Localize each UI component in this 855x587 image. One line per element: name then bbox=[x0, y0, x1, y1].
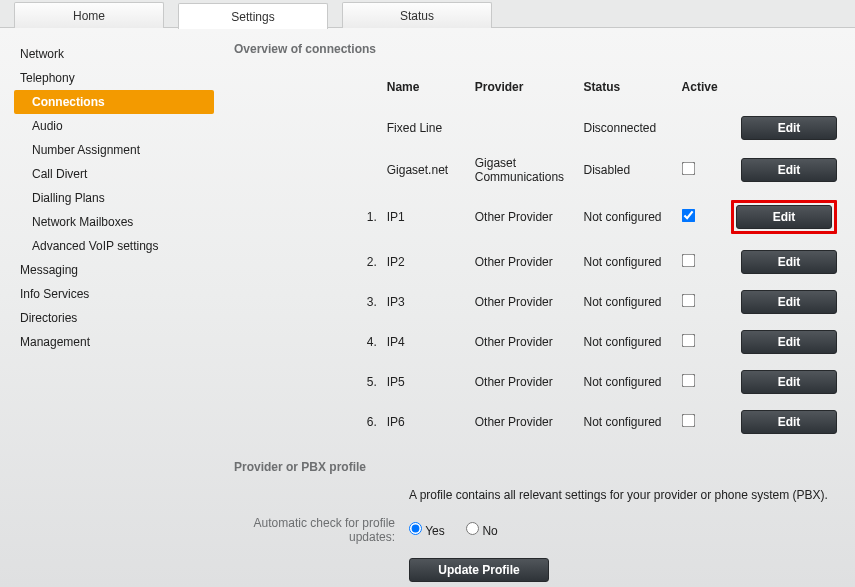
sidebar-item-connections[interactable]: Connections bbox=[14, 90, 214, 114]
cell-status: Disabled bbox=[579, 148, 677, 192]
radio-yes[interactable] bbox=[409, 522, 422, 535]
active-checkbox[interactable] bbox=[681, 374, 695, 388]
sidebar-item-info-services[interactable]: Info Services bbox=[14, 282, 214, 306]
cell-edit: Edit bbox=[727, 192, 841, 242]
col-spacer bbox=[234, 74, 361, 108]
sidebar: Network Telephony Connections Audio Numb… bbox=[14, 42, 214, 587]
table-row: 4.IP4Other ProviderNot configuredEdit bbox=[234, 322, 841, 362]
cell-edit: Edit bbox=[727, 242, 841, 282]
sidebar-item-telephony[interactable]: Telephony bbox=[14, 66, 214, 90]
cell-active bbox=[678, 402, 727, 442]
cell-provider: Other Provider bbox=[471, 242, 580, 282]
radio-no-wrap[interactable]: No bbox=[466, 524, 498, 538]
tab-status[interactable]: Status bbox=[342, 2, 492, 28]
cell-active bbox=[678, 362, 727, 402]
active-checkbox[interactable] bbox=[681, 209, 695, 223]
radio-yes-label: Yes bbox=[425, 524, 445, 538]
cell-status: Not configured bbox=[579, 322, 677, 362]
radio-yes-wrap[interactable]: Yes bbox=[409, 524, 448, 538]
cell-name: IP3 bbox=[383, 282, 471, 322]
cell-active bbox=[678, 108, 727, 148]
cell-edit: Edit bbox=[727, 148, 841, 192]
cell-name: Gigaset.net bbox=[383, 148, 471, 192]
row-number bbox=[361, 148, 383, 192]
profile-help-text: A profile contains all relevant settings… bbox=[409, 488, 841, 502]
th-active: Active bbox=[678, 74, 727, 108]
cell-edit: Edit bbox=[727, 322, 841, 362]
cell-provider: Other Provider bbox=[471, 362, 580, 402]
cell-provider: Gigaset Communications bbox=[471, 148, 580, 192]
sidebar-item-number-assignment[interactable]: Number Assignment bbox=[14, 138, 214, 162]
sidebar-item-management[interactable]: Management bbox=[14, 330, 214, 354]
edit-button[interactable]: Edit bbox=[741, 410, 837, 434]
cell-edit: Edit bbox=[727, 108, 841, 148]
sidebar-item-dialling-plans[interactable]: Dialling Plans bbox=[14, 186, 214, 210]
tab-settings[interactable]: Settings bbox=[178, 3, 328, 29]
profile-title: Provider or PBX profile bbox=[234, 460, 841, 474]
cell-provider: Other Provider bbox=[471, 322, 580, 362]
table-row: 3.IP3Other ProviderNot configuredEdit bbox=[234, 282, 841, 322]
auto-check-label: Automatic check for profile updates: bbox=[234, 516, 409, 544]
cell-active bbox=[678, 322, 727, 362]
tab-home[interactable]: Home bbox=[14, 2, 164, 28]
row-number: 3. bbox=[361, 282, 383, 322]
sidebar-item-advanced-voip[interactable]: Advanced VoIP settings bbox=[14, 234, 214, 258]
row-number: 4. bbox=[361, 322, 383, 362]
cell-name: IP6 bbox=[383, 402, 471, 442]
active-checkbox[interactable] bbox=[681, 334, 695, 348]
row-number bbox=[361, 108, 383, 148]
edit-button[interactable]: Edit bbox=[741, 330, 837, 354]
table-row: 1.IP1Other ProviderNot configuredEdit bbox=[234, 192, 841, 242]
edit-button[interactable]: Edit bbox=[741, 250, 837, 274]
cell-status: Not configured bbox=[579, 282, 677, 322]
row-number: 6. bbox=[361, 402, 383, 442]
sidebar-item-network[interactable]: Network bbox=[14, 42, 214, 66]
edit-button[interactable]: Edit bbox=[741, 158, 837, 182]
edit-button[interactable]: Edit bbox=[741, 290, 837, 314]
sidebar-item-directories[interactable]: Directories bbox=[14, 306, 214, 330]
cell-status: Disconnected bbox=[579, 108, 677, 148]
th-name: Name bbox=[383, 74, 471, 108]
row-number: 5. bbox=[361, 362, 383, 402]
sidebar-item-network-mailboxes[interactable]: Network Mailboxes bbox=[14, 210, 214, 234]
cell-edit: Edit bbox=[727, 282, 841, 322]
edit-button[interactable]: Edit bbox=[741, 370, 837, 394]
row-number: 1. bbox=[361, 192, 383, 242]
edit-button[interactable]: Edit bbox=[741, 116, 837, 140]
th-status: Status bbox=[579, 74, 677, 108]
table-row: Fixed LineDisconnectedEdit bbox=[234, 108, 841, 148]
table-row: 2.IP2Other ProviderNot configuredEdit bbox=[234, 242, 841, 282]
active-checkbox[interactable] bbox=[681, 254, 695, 268]
sidebar-item-call-divert[interactable]: Call Divert bbox=[14, 162, 214, 186]
content-area: Overview of connections Name Provider St… bbox=[214, 42, 841, 587]
cell-name: IP2 bbox=[383, 242, 471, 282]
sidebar-item-audio[interactable]: Audio bbox=[14, 114, 214, 138]
active-checkbox[interactable] bbox=[681, 162, 695, 176]
sidebar-item-messaging[interactable]: Messaging bbox=[14, 258, 214, 282]
connections-table: Name Provider Status Active Fixed LineDi… bbox=[234, 74, 841, 442]
edit-button[interactable]: Edit bbox=[736, 205, 832, 229]
table-row: 6.IP6Other ProviderNot configuredEdit bbox=[234, 402, 841, 442]
active-checkbox[interactable] bbox=[681, 414, 695, 428]
cell-active bbox=[678, 148, 727, 192]
table-row: Gigaset.netGigaset CommunicationsDisable… bbox=[234, 148, 841, 192]
update-profile-button[interactable]: Update Profile bbox=[409, 558, 549, 582]
cell-status: Not configured bbox=[579, 242, 677, 282]
section-title: Overview of connections bbox=[234, 42, 841, 56]
cell-status: Not configured bbox=[579, 362, 677, 402]
radio-no[interactable] bbox=[466, 522, 479, 535]
cell-status: Not configured bbox=[579, 192, 677, 242]
cell-active bbox=[678, 242, 727, 282]
cell-active bbox=[678, 282, 727, 322]
cell-name: Fixed Line bbox=[383, 108, 471, 148]
row-number: 2. bbox=[361, 242, 383, 282]
cell-provider bbox=[471, 108, 580, 148]
active-checkbox[interactable] bbox=[681, 294, 695, 308]
cell-name: IP4 bbox=[383, 322, 471, 362]
cell-name: IP5 bbox=[383, 362, 471, 402]
cell-provider: Other Provider bbox=[471, 192, 580, 242]
cell-provider: Other Provider bbox=[471, 402, 580, 442]
top-tabbar: Home Settings Status bbox=[0, 0, 855, 28]
table-row: 5.IP5Other ProviderNot configuredEdit bbox=[234, 362, 841, 402]
cell-edit: Edit bbox=[727, 362, 841, 402]
